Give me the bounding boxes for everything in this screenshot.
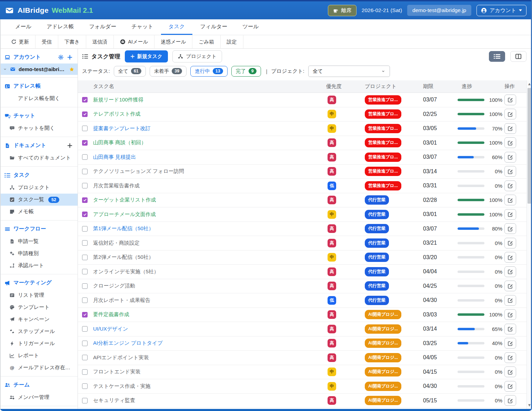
tab-ツール[interactable]: ツール bbox=[235, 19, 266, 35]
edit-task-button[interactable] bbox=[504, 281, 516, 291]
sidebar-item-メールアドレス存在確認[interactable]: @メールアドレス存在確認 bbox=[0, 362, 78, 374]
sidebar-item-タスク一覧[interactable]: タスク一覧52 bbox=[0, 194, 78, 206]
sidebar-item-申請一覧[interactable]: 申請一覧 bbox=[0, 235, 78, 247]
task-checkbox[interactable] bbox=[82, 97, 88, 102]
tab-タスク[interactable]: タスク bbox=[161, 19, 193, 35]
edit-task-button[interactable] bbox=[504, 309, 516, 320]
task-name-link[interactable]: UI/UXデザイン bbox=[92, 326, 326, 332]
task-checkbox[interactable] bbox=[82, 140, 88, 146]
task-name-link[interactable]: ターゲット企業リスト作成 bbox=[92, 197, 326, 203]
edit-task-button[interactable] bbox=[504, 324, 516, 334]
task-name-link[interactable]: セキュリティ監査 bbox=[92, 397, 326, 404]
task-name-link[interactable]: 要件定義書作成 bbox=[92, 311, 326, 318]
sidebar-item-チャットを開く[interactable]: チャットを開く bbox=[0, 122, 78, 134]
task-checkbox[interactable] bbox=[82, 326, 88, 332]
sidebar-item-承認ルート[interactable]: 承認ルート bbox=[0, 260, 78, 272]
task-checkbox[interactable] bbox=[82, 126, 88, 131]
toolbar-更新[interactable]: 更新 bbox=[5, 35, 36, 48]
task-checkbox[interactable] bbox=[82, 169, 88, 174]
edit-task-button[interactable] bbox=[504, 238, 516, 248]
task-name-link[interactable]: オンラインデモ実施（5社） bbox=[92, 268, 326, 275]
edit-task-button[interactable] bbox=[504, 180, 516, 191]
task-name-link[interactable]: 返信対応・商談設定 bbox=[92, 240, 326, 246]
sidebar-item-申請種別[interactable]: 申請種別 bbox=[0, 247, 78, 260]
task-checkbox[interactable] bbox=[82, 183, 88, 188]
sidebar-item-すべてのドキュメント[interactable]: すべてのドキュメント bbox=[0, 152, 78, 164]
task-checkbox[interactable] bbox=[82, 297, 88, 303]
task-name-link[interactable]: 月次営業報告書作成 bbox=[92, 183, 326, 189]
task-checkbox[interactable] bbox=[82, 154, 88, 160]
list-view-toggle-button[interactable] bbox=[489, 51, 505, 62]
away-status-button[interactable]: 離席 bbox=[328, 5, 357, 16]
task-name-link[interactable]: テストケース作成・実施 bbox=[92, 383, 326, 390]
task-name-link[interactable]: クロージング活動 bbox=[92, 283, 326, 289]
edit-task-button[interactable] bbox=[504, 252, 516, 263]
task-checkbox[interactable] bbox=[82, 398, 88, 403]
task-checkbox[interactable] bbox=[82, 240, 88, 246]
new-task-button[interactable]: 新規タスク bbox=[125, 50, 168, 62]
sidebar-item-メンバー管理[interactable]: メンバー管理 bbox=[0, 391, 78, 403]
edit-task-button[interactable] bbox=[504, 195, 516, 205]
edit-task-button[interactable] bbox=[504, 223, 516, 234]
sidebar-item-ステップメール[interactable]: ステップメール bbox=[0, 325, 78, 337]
edit-task-button[interactable] bbox=[504, 209, 516, 220]
status-filter-未着手[interactable]: 未着手39 bbox=[150, 66, 187, 77]
task-name-link[interactable]: 月次レポート・成果報告 bbox=[92, 297, 326, 304]
sidebar-item-demo-test@aibri…[interactable]: demo-test@aibri… bbox=[0, 63, 78, 75]
sidebar-item-メモ帳[interactable]: メモ帳 bbox=[0, 206, 78, 218]
task-name-link[interactable]: フロントエンド実装 bbox=[92, 369, 326, 375]
project-filter-select[interactable]: 全て bbox=[308, 66, 390, 77]
sidebar-item-キャンペーン[interactable]: キャンペーン bbox=[0, 313, 78, 325]
task-checkbox[interactable] bbox=[82, 197, 88, 203]
edit-task-button[interactable] bbox=[504, 166, 516, 177]
plus-icon[interactable] bbox=[67, 143, 73, 148]
toolbar-受信[interactable]: 受信 bbox=[36, 35, 58, 48]
task-name-link[interactable]: テレアポリスト作成 bbox=[92, 111, 326, 117]
sidebar-item-リスト管理[interactable]: リスト管理 bbox=[0, 289, 78, 301]
task-checkbox[interactable] bbox=[82, 226, 88, 232]
task-checkbox[interactable] bbox=[82, 269, 88, 274]
edit-task-button[interactable] bbox=[504, 152, 516, 163]
toolbar-迷惑メール[interactable]: 迷惑メール bbox=[154, 35, 192, 48]
task-checkbox[interactable] bbox=[82, 383, 88, 389]
edit-task-button[interactable] bbox=[504, 395, 516, 406]
task-checkbox[interactable] bbox=[82, 369, 88, 375]
task-checkbox[interactable] bbox=[82, 312, 88, 317]
tab-チャット[interactable]: チャット bbox=[124, 19, 161, 35]
task-name-link[interactable]: 第1弾メール配信（50社） bbox=[92, 225, 326, 232]
edit-task-button[interactable] bbox=[504, 338, 516, 349]
edit-task-button[interactable] bbox=[504, 295, 516, 306]
task-name-link[interactable]: 提案書テンプレート改訂 bbox=[92, 125, 326, 132]
edit-task-button[interactable] bbox=[504, 95, 516, 105]
sidebar-item-レポート[interactable]: レポート bbox=[0, 350, 78, 362]
task-name-link[interactable]: テクノソリューションズ フォロー訪問 bbox=[92, 168, 326, 175]
toolbar-下書き[interactable]: 下書き bbox=[58, 35, 86, 48]
edit-task-button[interactable] bbox=[504, 266, 516, 277]
task-name-link[interactable]: 第2弾メール配信（50社） bbox=[92, 254, 326, 261]
task-name-link[interactable]: AI分析エンジン プロトタイプ bbox=[92, 340, 326, 346]
task-checkbox[interactable] bbox=[82, 283, 88, 289]
sidebar-item-プロジェクト[interactable]: プロジェクト bbox=[0, 182, 78, 194]
account-menu-button[interactable]: アカウント bbox=[476, 5, 526, 16]
task-checkbox[interactable] bbox=[82, 212, 88, 217]
edit-task-button[interactable] bbox=[504, 123, 516, 134]
edit-task-button[interactable] bbox=[504, 109, 516, 119]
status-filter-全て[interactable]: 全て61 bbox=[114, 66, 146, 77]
task-checkbox[interactable] bbox=[82, 111, 88, 117]
tab-メール[interactable]: メール bbox=[8, 19, 39, 35]
gear-icon[interactable] bbox=[58, 55, 64, 60]
task-name-link[interactable]: 新規リード100件獲得 bbox=[92, 97, 326, 103]
task-checkbox[interactable] bbox=[82, 255, 88, 260]
task-name-link[interactable]: APIエンドポイント実装 bbox=[92, 354, 326, 361]
task-name-link[interactable]: 山田商事 商談（初回） bbox=[92, 139, 326, 146]
tab-フォルダー[interactable]: フォルダー bbox=[81, 19, 124, 35]
sidebar-item-アドレス帳を開く[interactable]: アドレス帳を開く bbox=[0, 92, 78, 105]
task-checkbox[interactable] bbox=[82, 355, 88, 360]
tab-アドレス帳[interactable]: アドレス帳 bbox=[39, 19, 81, 35]
toolbar-ごみ箱[interactable]: ごみ箱 bbox=[192, 35, 220, 48]
toolbar-AIメール[interactable]: AIメール bbox=[114, 35, 154, 48]
edit-task-button[interactable] bbox=[504, 381, 516, 392]
status-filter-完了[interactable]: 完了9 bbox=[231, 66, 261, 77]
task-checkbox[interactable] bbox=[82, 341, 88, 346]
status-filter-進行中[interactable]: 進行中13 bbox=[190, 66, 227, 77]
